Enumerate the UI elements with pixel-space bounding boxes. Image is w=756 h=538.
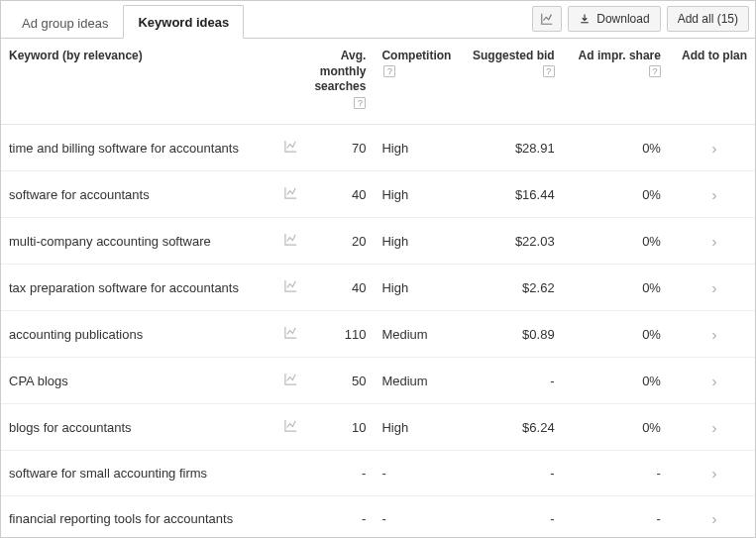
cell-add-to-plan[interactable]: ›› — [669, 451, 755, 496]
col-header-impr[interactable]: Ad impr. share ? — [563, 39, 669, 125]
cell-impr: 0% — [563, 265, 669, 311]
table-row: software for small accounting firms----›… — [1, 451, 755, 496]
col-header-keyword-label: Keyword (by relevance) — [9, 49, 143, 62]
download-button[interactable]: Download — [568, 6, 660, 32]
chart-toggle-button[interactable] — [532, 6, 562, 32]
col-header-plan-label: Add to plan — [677, 49, 747, 64]
cell-add-to-plan[interactable]: ›› — [669, 125, 755, 171]
help-icon[interactable]: ? — [543, 65, 555, 77]
cell-searches: 20 — [302, 218, 375, 265]
col-header-plan: Add to plan — [669, 39, 755, 125]
cell-add-to-plan[interactable]: ›› — [669, 218, 755, 265]
cell-bid: $2.62 — [462, 265, 562, 311]
cell-add-to-plan[interactable]: ›› — [669, 171, 755, 218]
add-all-button[interactable]: Add all (15) — [667, 6, 749, 32]
trend-chart-icon[interactable] — [283, 139, 298, 154]
cell-searches: 40 — [302, 171, 375, 218]
top-actions: Download Add all (15) — [532, 6, 749, 38]
col-header-bid[interactable]: Suggested bid ? — [462, 39, 562, 125]
cell-impr: - — [563, 496, 669, 538]
cell-bid: $16.44 — [462, 171, 562, 218]
cell-competition: High — [374, 125, 462, 171]
cell-bid: $6.24 — [462, 404, 562, 451]
cell-trend — [275, 451, 301, 496]
cell-trend[interactable] — [275, 218, 301, 265]
col-header-competition[interactable]: Competition ? — [374, 39, 462, 125]
cell-impr: 0% — [563, 358, 669, 404]
trend-chart-icon[interactable] — [283, 372, 298, 386]
add-all-label: Add all (15) — [678, 12, 738, 26]
tab-keyword-ideas[interactable]: Keyword ideas — [123, 5, 244, 39]
cell-add-to-plan[interactable]: ›› — [669, 311, 755, 358]
cell-keyword[interactable]: multi-company accounting software — [1, 218, 275, 265]
cell-add-to-plan[interactable]: ›› — [669, 358, 755, 404]
trend-chart-icon[interactable] — [283, 232, 298, 247]
cell-competition: High — [374, 265, 462, 311]
table-row: accounting publications110Medium$0.890%›… — [1, 311, 755, 358]
download-label: Download — [596, 12, 649, 26]
table-row: CPA blogs50Medium-0%›› — [1, 358, 755, 404]
cell-competition: Medium — [374, 358, 462, 404]
cell-trend[interactable] — [275, 404, 301, 451]
cell-competition: - — [374, 496, 462, 538]
cell-impr: - — [563, 451, 669, 496]
col-header-competition-label: Competition — [381, 49, 451, 62]
cell-keyword[interactable]: accounting publications — [1, 311, 275, 358]
cell-searches: - — [302, 451, 375, 496]
col-header-impr-label: Ad impr. share — [579, 49, 661, 62]
cell-bid: $22.03 — [462, 218, 562, 265]
tabs: Ad group ideas Keyword ideas — [7, 1, 244, 38]
cell-trend[interactable] — [275, 171, 301, 218]
cell-trend[interactable] — [275, 125, 301, 171]
cell-keyword[interactable]: software for accountants — [1, 171, 275, 218]
help-icon[interactable]: ? — [354, 97, 366, 109]
table-row: multi-company accounting software20High$… — [1, 218, 755, 265]
table-row: software for accountants40High$16.440%›› — [1, 171, 755, 218]
cell-bid: - — [462, 496, 562, 538]
trend-chart-icon[interactable] — [283, 278, 298, 293]
cell-competition: High — [374, 218, 462, 265]
cell-trend[interactable] — [275, 311, 301, 358]
cell-competition: Medium — [374, 311, 462, 358]
cell-keyword[interactable]: tax preparation software for accountants — [1, 265, 275, 311]
trend-chart-icon[interactable] — [283, 325, 298, 340]
table-row: financial reporting tools for accountant… — [1, 496, 755, 538]
help-icon[interactable]: ? — [383, 65, 395, 77]
col-header-searches[interactable]: Avg. monthly searches ? — [302, 39, 375, 125]
cell-keyword[interactable]: software for small accounting firms — [1, 451, 275, 496]
table-row: blogs for accountants10High$6.240%›› — [1, 404, 755, 451]
trend-chart-icon[interactable] — [283, 185, 298, 200]
col-header-keyword[interactable]: Keyword (by relevance) — [1, 39, 302, 125]
cell-bid: $28.91 — [462, 125, 562, 171]
cell-searches: 50 — [302, 358, 375, 404]
cell-searches: 70 — [302, 125, 375, 171]
cell-searches: 40 — [302, 265, 375, 311]
trend-chart-icon[interactable] — [283, 418, 298, 433]
cell-bid: - — [462, 358, 562, 404]
cell-trend[interactable] — [275, 358, 301, 404]
cell-bid: - — [462, 451, 562, 496]
cell-add-to-plan[interactable]: ›› — [669, 496, 755, 538]
col-header-bid-label: Suggested bid — [473, 49, 555, 62]
cell-searches: - — [302, 496, 375, 538]
keyword-table: Keyword (by relevance) Avg. monthly sear… — [1, 39, 755, 538]
cell-trend[interactable] — [275, 265, 301, 311]
cell-keyword[interactable]: CPA blogs — [1, 358, 275, 404]
cell-trend — [275, 496, 301, 538]
cell-keyword[interactable]: time and billing software for accountant… — [1, 125, 275, 171]
cell-impr: 0% — [563, 171, 669, 218]
cell-searches: 10 — [302, 404, 375, 451]
help-icon[interactable]: ? — [649, 65, 661, 77]
download-icon — [579, 13, 591, 25]
cell-impr: 0% — [563, 125, 669, 171]
cell-keyword[interactable]: blogs for accountants — [1, 404, 275, 451]
cell-add-to-plan[interactable]: ›› — [669, 265, 755, 311]
cell-searches: 110 — [302, 311, 375, 358]
tab-ad-group-ideas[interactable]: Ad group ideas — [7, 6, 123, 39]
cell-keyword[interactable]: financial reporting tools for accountant… — [1, 496, 275, 538]
col-header-searches-label2: searches — [314, 79, 366, 93]
cell-impr: 0% — [563, 404, 669, 451]
table-row: time and billing software for accountant… — [1, 125, 755, 171]
cell-add-to-plan[interactable]: ›› — [669, 404, 755, 451]
cell-competition: High — [374, 171, 462, 218]
